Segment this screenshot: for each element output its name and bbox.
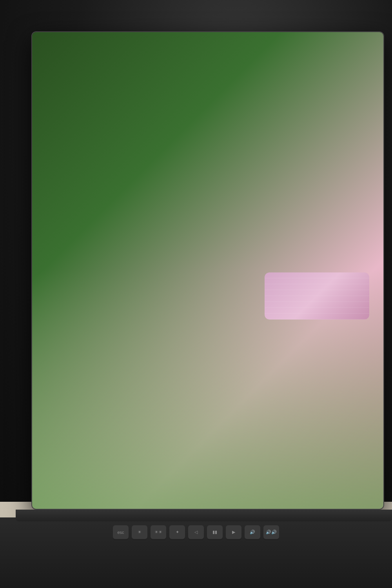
key-forward-track[interactable]: ▶: [226, 525, 241, 539]
screen-bezel: Beautiful Free Images & Pictu... × Album…: [32, 32, 383, 509]
laptop-frame: Beautiful Free Images & Pictu... × Album…: [31, 31, 384, 510]
key-play-pause[interactable]: ▮▮: [207, 525, 223, 539]
pin-column-3: AEGHMNSTYZ56 ··· Apparently for the f...: [265, 94, 369, 319]
pin-garden[interactable]: [265, 272, 369, 319]
key-brightness-up[interactable]: ☀☀: [151, 525, 166, 539]
pin-grid-container[interactable]: ··· Various Artists Cover Kagaya Jun ils…: [40, 89, 376, 501]
browser-window: Beautiful Free Images & Pictu... × Album…: [40, 40, 376, 501]
key-brightness-down[interactable]: ☀: [132, 525, 147, 539]
key-esc[interactable]: esc: [113, 525, 129, 539]
pin-grid: ··· Various Artists Cover Kagaya Jun ils…: [46, 94, 369, 355]
key-back-track[interactable]: ◁: [188, 525, 204, 539]
key-volume-down[interactable]: 🔊: [245, 525, 260, 539]
pin-magical[interactable]: ··· Magical W... Zach & Ta...: [265, 179, 369, 268]
pin-magical-image: [265, 179, 369, 250]
key-mission-control[interactable]: ✦: [169, 525, 185, 539]
pin-garden-image: [265, 272, 369, 319]
keyboard-area: esc ☀ ☀☀ ✦ ◁ ▮▮ ▶ 🔊 🔊🔊: [0, 517, 392, 588]
laptop-base: [16, 510, 392, 521]
key-volume-up[interactable]: 🔊🔊: [263, 525, 279, 539]
